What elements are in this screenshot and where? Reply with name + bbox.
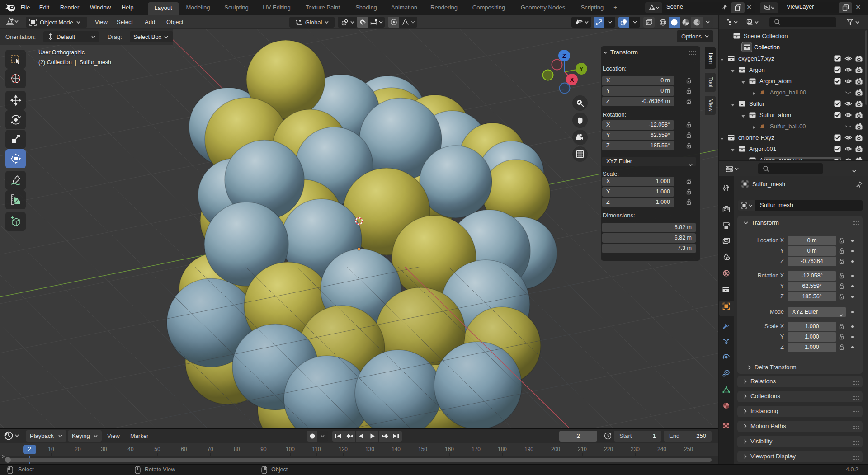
svg-text:Z: Z [562,52,566,59]
svg-text:X: X [570,76,574,83]
svg-text:Y: Y [580,66,584,72]
